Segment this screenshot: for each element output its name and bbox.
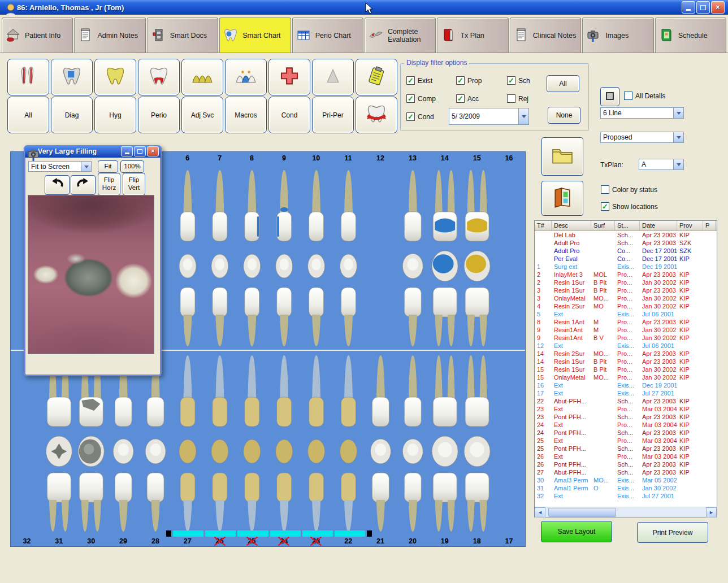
column-header-st[interactable]: St...: [615, 221, 640, 230]
filter-none-button[interactable]: None: [548, 107, 580, 124]
filter-date-select[interactable]: 5/ 3/2009: [449, 108, 529, 125]
restore-button[interactable]: [696, 1, 710, 14]
procedure-row[interactable]: 31Amal1 PermOExis...Jan 30 2002: [535, 484, 717, 492]
procedure-row[interactable]: 17ExtExis...Jul 27 2001: [535, 389, 717, 397]
save-layout-button[interactable]: Save Layout: [541, 521, 612, 542]
txplan-select[interactable]: A: [639, 159, 684, 170]
procedure-row[interactable]: 2Resin 1SurB PitPro...Jan 30 2002KIP: [535, 279, 717, 286]
lower-arch-teeth[interactable]: [11, 352, 525, 532]
tab-perio-chart[interactable]: Perio Chart: [292, 18, 363, 53]
filter-checkbox-acc[interactable]: ✓Acc: [456, 94, 479, 103]
tooth-8[interactable]: [244, 170, 261, 346]
tab-smart-chart[interactable]: Smart Chart: [219, 18, 291, 53]
tooth-19[interactable]: [432, 355, 458, 532]
procedure-row[interactable]: 14Resin 1SurB PitPro...Apr 23 2003KIP: [535, 358, 717, 366]
procedure-row[interactable]: Del LabSch...Apr 23 2003KIP: [535, 231, 717, 239]
img-close-button[interactable]: ×: [147, 146, 159, 156]
tooth-15[interactable]: [464, 170, 490, 346]
procedure-row[interactable]: Per EvalCo...Dec 17 2001KIP: [535, 255, 717, 263]
tool-button-red-cross-icon[interactable]: [268, 59, 310, 95]
procedure-row[interactable]: 5ExtExis...Jul 06 2001: [535, 310, 717, 318]
chevron-down-icon[interactable]: [673, 132, 683, 142]
image-zoom-select[interactable]: Fit to Screen: [28, 161, 92, 172]
tooth-25[interactable]: [244, 355, 261, 532]
tool-button-blue-bridge-icon[interactable]: [225, 59, 267, 95]
filter-all-button[interactable]: All: [547, 75, 579, 92]
fit-button[interactable]: Fit: [98, 160, 118, 173]
detail-toggle-button[interactable]: [600, 87, 619, 106]
procedure-row[interactable]: 25Pont PFH...Sch...Apr 23 2003KIP: [535, 445, 717, 453]
procedure-row[interactable]: 4Resin 2SurMOPro...Jan 30 2002KIP: [535, 302, 717, 310]
filter-button-all[interactable]: All: [7, 97, 49, 133]
column-header-p[interactable]: P: [703, 221, 716, 230]
procedure-row[interactable]: 25ExtPro...Mar 03 2004KIP: [535, 437, 717, 445]
tooth-26[interactable]: [211, 355, 228, 532]
tool-button-clipboard-icon[interactable]: [356, 59, 397, 95]
tooth-24[interactable]: [276, 355, 293, 532]
flip-vert-button[interactable]: Flip Vert: [123, 173, 145, 195]
procedure-row[interactable]: 8Resin 1AntMPro...Apr 23 2003KIP: [535, 318, 717, 326]
filter-button-pri-per[interactable]: Pri-Per: [312, 97, 354, 133]
filter-checkbox-comp[interactable]: ✓Comp: [406, 94, 436, 103]
tooth-11[interactable]: [340, 170, 357, 346]
filter-checkbox-sch[interactable]: ✓Sch: [507, 76, 530, 85]
table-hscrollbar[interactable]: ◄ ►: [535, 507, 717, 517]
scroll-left-icon[interactable]: ◄: [535, 507, 545, 517]
procedure-row[interactable]: 23ExtPro...Mar 03 2004KIP: [535, 405, 717, 413]
procedure-row[interactable]: 26Pont PFH...Sch...Apr 23 2003KIP: [535, 460, 717, 468]
filter-button-macros[interactable]: Macros: [225, 97, 267, 133]
tool-button-diag-tooth-icon[interactable]: [51, 59, 93, 95]
tooth-23[interactable]: [308, 355, 325, 532]
procedure-row[interactable]: 3Resin 1SurB PitPro...Apr 23 2003KIP: [535, 286, 717, 294]
tab-clinical-notes[interactable]: Clinical Notes: [510, 18, 581, 53]
window-titlebar[interactable]: 86: Arniello, Thomas , Jr (Tom) ×: [0, 0, 728, 15]
scroll-right-icon[interactable]: ►: [706, 507, 717, 517]
tab-smart-docs[interactable]: Smart Docs: [147, 18, 218, 53]
chart-book-button[interactable]: [541, 181, 583, 216]
tool-button-ribbon-tooth-icon[interactable]: [356, 97, 397, 133]
procedure-row[interactable]: 23Pont PFH...Sch...Apr 23 2003KIP: [535, 413, 717, 421]
procedure-row[interactable]: 27Abut-PFH...Sch...Apr 23 2003KIP: [535, 468, 717, 476]
status-filter-select[interactable]: Proposed: [600, 132, 684, 143]
rotate-left-button[interactable]: [45, 175, 70, 195]
tooth-7[interactable]: [211, 170, 228, 346]
procedure-row[interactable]: 32ExtExis...Jul 27 2001: [535, 492, 717, 499]
tab-patient-info[interactable]: Patient Info: [2, 18, 73, 53]
tab-schedule[interactable]: Schedule: [655, 18, 726, 53]
tool-button-striped-teeth-icon[interactable]: [7, 59, 49, 95]
tooth-22[interactable]: [340, 355, 357, 532]
procedure-row[interactable]: 1Surg extExis...Dec 19 2001: [535, 263, 717, 271]
open-folder-button[interactable]: [541, 137, 583, 176]
scroll-thumb[interactable]: [548, 508, 616, 517]
procedure-row[interactable]: 12ExtExis...Jul 06 2001: [535, 342, 717, 350]
img-maximize-button[interactable]: [134, 146, 146, 156]
tooth-27[interactable]: [179, 355, 196, 532]
tooth-30[interactable]: [78, 355, 104, 532]
filter-button-diag[interactable]: Diag: [51, 97, 93, 133]
column-header-desc[interactable]: Desc: [552, 221, 591, 230]
procedure-row[interactable]: 15OnlayMetalMO...Pro...Jan 30 2002KIP: [535, 373, 717, 381]
image-window-titlebar[interactable]: Very Large Filling ×: [25, 145, 161, 158]
procedure-row[interactable]: 24ExtPro...Mar 03 2004KIP: [535, 421, 717, 429]
print-preview-button[interactable]: Print Preview: [637, 522, 708, 543]
chevron-down-icon[interactable]: [673, 108, 683, 118]
tab-admin-notes[interactable]: Admin Notes: [74, 18, 145, 53]
all-details-checkbox[interactable]: All Details: [624, 92, 665, 100]
procedure-row[interactable]: 15Resin 1SurB PitPro...Jan 30 2002KIP: [535, 366, 717, 373]
flip-horz-button[interactable]: Flip Horz: [98, 173, 120, 195]
procedure-row[interactable]: 16ExtExis...Dec 19 2001: [535, 381, 717, 389]
tooth-20[interactable]: [402, 355, 423, 532]
chevron-down-icon[interactable]: [673, 159, 683, 169]
color-by-status-checkbox[interactable]: Color by status: [601, 185, 657, 194]
tooth-13[interactable]: [402, 170, 423, 346]
tooth-6[interactable]: [179, 170, 196, 346]
filter-checkbox-rej[interactable]: Rej: [507, 94, 528, 103]
procedure-row[interactable]: 3OnlayMetalMO...Pro...Jan 30 2002KIP: [535, 294, 717, 302]
rotate-right-button[interactable]: [71, 175, 96, 195]
filter-button-adj-svc[interactable]: Adj Svc: [181, 97, 223, 133]
column-header-date[interactable]: Date: [640, 221, 677, 230]
tool-button-hyg-tooth-icon[interactable]: [94, 59, 136, 95]
filter-button-cond[interactable]: Cond: [268, 97, 310, 133]
tooth-29[interactable]: [113, 355, 133, 532]
column-header-t[interactable]: T#: [535, 221, 552, 230]
